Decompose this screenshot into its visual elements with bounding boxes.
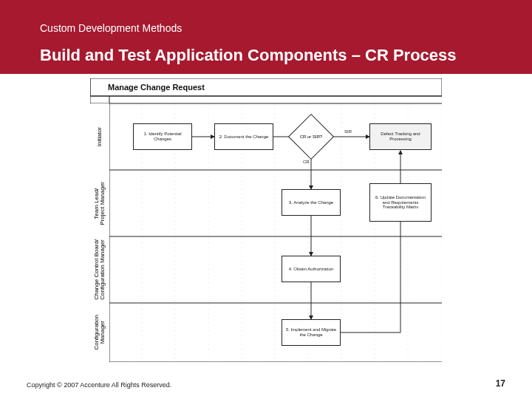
slide-title: Build and Test Application Components – … — [40, 46, 457, 65]
box-identify: 1. Identify Potential Changes — [133, 123, 192, 150]
lane-ccb: Change Control Board/ Configuration Mana… — [90, 236, 109, 303]
slide-eyebrow: Custom Development Methods — [40, 22, 182, 34]
footer-copyright: Copyright © 2007 Accenture All Rights Re… — [27, 381, 171, 389]
footer-page: 17 — [496, 378, 505, 389]
label-sir: SIR — [344, 129, 352, 134]
box-implement: 5. Implement and Migrate the Change — [282, 319, 341, 346]
box-obtain-auth: 4. Obtain Authorization — [282, 256, 341, 282]
diagram-title: Manage Change Request — [108, 83, 205, 92]
lane-initiator: Initiator — [90, 103, 109, 170]
decision-cr-or-sir: CR or SIR? — [295, 120, 327, 153]
box-update-docs: 6. Update Documentation and Requirements… — [369, 183, 432, 222]
box-defect-tracking: Defect Tracking and Processing — [369, 123, 432, 150]
swimlane-diagram: Manage Change Request Initiator Team Lea… — [90, 78, 442, 362]
box-analyze: 3. Analyze the Change — [282, 189, 341, 216]
box-document: 2. Document the Change — [214, 123, 273, 150]
label-cr: CR — [303, 160, 310, 164]
lane-config-manager: Configuration Manager — [90, 303, 109, 362]
lane-team-lead: Team Lead/ Project Manager — [90, 170, 109, 236]
